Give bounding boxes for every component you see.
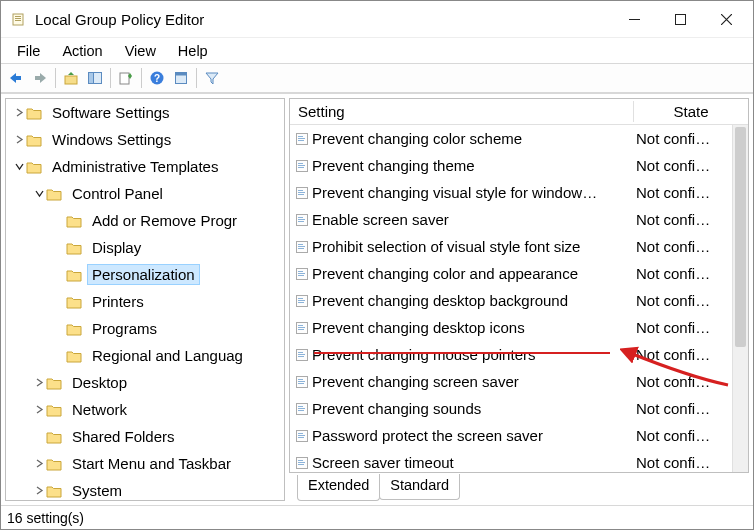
status-text: 16 setting(s) [7,510,84,526]
close-button[interactable] [703,4,749,34]
tree-item-label: Desktop [68,373,131,392]
setting-row[interactable]: Prevent changing mouse pointersNot confi… [290,341,748,368]
setting-name: Prevent changing sounds [312,400,634,417]
svg-rect-1 [15,16,21,17]
tab-standard[interactable]: Standard [379,474,460,500]
setting-row[interactable]: Screen saver timeoutNot confi… [290,449,748,472]
menu-file[interactable]: File [7,41,50,61]
forward-button[interactable] [29,67,51,89]
setting-state: Not confi… [634,292,748,309]
folder-icon [66,213,84,229]
tree-item-label: Shared Folders [68,427,179,446]
tree-item-programs[interactable]: Programs [6,315,284,342]
svg-rect-61 [298,433,303,434]
setting-row[interactable]: Password protect the screen saverNot con… [290,422,748,449]
setting-name: Prevent changing visual style for window… [312,184,634,201]
menu-action[interactable]: Action [52,41,112,61]
setting-icon [292,375,312,389]
setting-name: Prevent changing mouse pointers [312,346,634,363]
tree-item-label: Windows Settings [48,130,175,149]
tree-item-regional-and-languag[interactable]: Regional and Languag [6,342,284,369]
tree-item-label: Control Panel [68,184,167,203]
setting-row[interactable]: Prevent changing visual style for window… [290,179,748,206]
chevron-right-icon[interactable] [32,405,46,414]
tree-item-printers[interactable]: Printers [6,288,284,315]
menu-view[interactable]: View [115,41,166,61]
folder-icon [46,186,64,202]
tree-panel[interactable]: Software SettingsWindows SettingsAdminis… [5,98,285,501]
tree-item-software-settings[interactable]: Software Settings [6,99,284,126]
svg-rect-5 [675,14,685,24]
tab-extended[interactable]: Extended [297,475,380,501]
setting-row[interactable]: Prevent changing desktop iconsNot confi… [290,314,748,341]
vertical-scrollbar[interactable] [732,125,748,472]
column-setting[interactable]: Setting [290,101,634,122]
maximize-button[interactable] [657,4,703,34]
svg-rect-7 [35,76,41,80]
tree-item-network[interactable]: Network [6,396,284,423]
setting-row[interactable]: Prevent changing themeNot confi… [290,152,748,179]
minimize-button[interactable] [611,4,657,34]
folder-icon [46,456,64,472]
setting-icon [292,294,312,308]
svg-rect-30 [298,219,305,220]
tree-item-label: Software Settings [48,103,174,122]
properties-button[interactable] [170,67,192,89]
chevron-right-icon[interactable] [32,378,46,387]
svg-rect-42 [298,300,305,301]
svg-rect-58 [298,408,305,409]
export-button[interactable] [115,67,137,89]
tree-item-shared-folders[interactable]: Shared Folders [6,423,284,450]
chevron-down-icon[interactable] [12,162,26,171]
svg-rect-33 [298,244,303,245]
svg-rect-46 [298,327,305,328]
setting-state: Not confi… [634,373,748,390]
tree-item-administrative-templates[interactable]: Administrative Templates [6,153,284,180]
setting-icon [292,267,312,281]
chevron-right-icon[interactable] [32,486,46,495]
chevron-right-icon[interactable] [32,459,46,468]
scrollbar-thumb[interactable] [735,127,746,347]
setting-icon [292,240,312,254]
setting-row[interactable]: Prevent changing color and appearanceNot… [290,260,748,287]
settings-list[interactable]: Setting State Prevent changing color sch… [289,98,749,473]
setting-row[interactable]: Prevent changing screen saverNot confi… [290,368,748,395]
setting-name: Screen saver timeout [312,454,634,471]
filter-button[interactable] [201,67,223,89]
tree-item-add-or-remove-progr[interactable]: Add or Remove Progr [6,207,284,234]
tree-item-control-panel[interactable]: Control Panel [6,180,284,207]
setting-row[interactable]: Prohibit selection of visual style font … [290,233,748,260]
help-button[interactable]: ? [146,67,168,89]
setting-row[interactable]: Prevent changing color schemeNot confi… [290,125,748,152]
setting-row[interactable]: Prevent changing desktop backgroundNot c… [290,287,748,314]
setting-row[interactable]: Prevent changing soundsNot confi… [290,395,748,422]
setting-state: Not confi… [634,346,748,363]
tree-item-personalization[interactable]: Personalization [6,261,284,288]
column-state[interactable]: State [634,101,748,122]
chevron-down-icon[interactable] [32,189,46,198]
svg-rect-8 [65,76,77,84]
setting-icon [292,456,312,470]
chevron-right-icon[interactable] [12,108,26,117]
tree-item-system[interactable]: System [6,477,284,501]
svg-rect-3 [15,20,21,21]
chevron-right-icon[interactable] [12,135,26,144]
toolbar-separator [55,68,56,88]
tree-item-desktop[interactable]: Desktop [6,369,284,396]
folder-icon [66,267,84,283]
tree-item-windows-settings[interactable]: Windows Settings [6,126,284,153]
menu-help[interactable]: Help [168,41,218,61]
setting-name: Password protect the screen saver [312,427,634,444]
tree-item-display[interactable]: Display [6,234,284,261]
folder-icon [66,240,84,256]
svg-rect-51 [298,356,304,357]
toolbar-separator [141,68,142,88]
list-header: Setting State [290,99,748,125]
tree-item-start-menu-and-taskbar[interactable]: Start Menu and Taskbar [6,450,284,477]
svg-rect-50 [298,354,305,355]
up-button[interactable] [60,67,82,89]
setting-row[interactable]: Enable screen saverNot confi… [290,206,748,233]
back-button[interactable] [5,67,27,89]
show-hide-tree-button[interactable] [84,67,106,89]
setting-icon [292,321,312,335]
